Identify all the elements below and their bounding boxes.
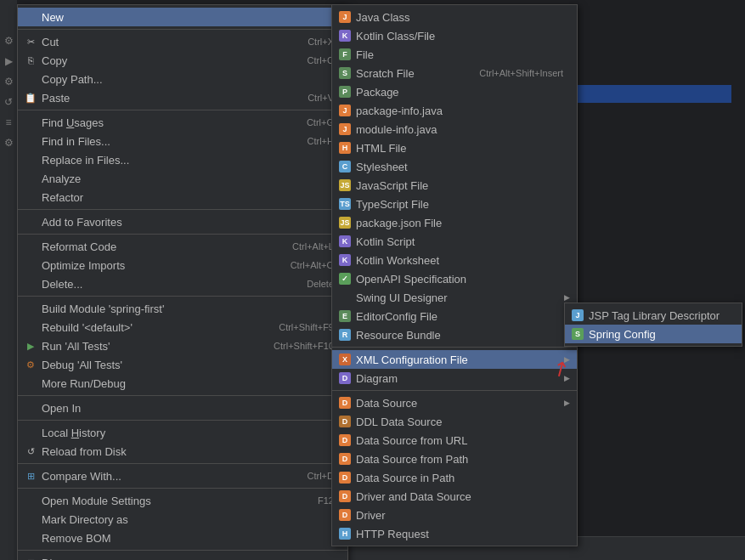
analyze-icon	[23, 171, 38, 186]
swing-ui-icon	[337, 290, 353, 305]
scratch-file-shortcut: Ctrl+Alt+Shift+Insert	[479, 68, 563, 78]
menu-item-more-run-label: More Run/Debug	[42, 377, 126, 390]
menu-item-debug-tests[interactable]: ⚙ Debug 'All Tests'	[18, 355, 347, 374]
kotlin-script-icon: K	[337, 234, 353, 249]
menu-item-module-settings-label: Open Module Settings	[42, 495, 151, 507]
build-module-icon	[23, 301, 38, 316]
menu2-http-request[interactable]: H HTTP Request	[332, 524, 577, 543]
menu2-data-source-in-path[interactable]: D Data Source in Path	[332, 468, 577, 487]
menu-item-run-tests-label: Run 'All Tests'	[42, 340, 110, 353]
menu2-file[interactable]: F File	[332, 45, 577, 64]
menu2-kotlin-class[interactable]: K Kotlin Class/File	[332, 26, 577, 45]
menu-item-reformat[interactable]: Reformat Code Ctrl+Alt+L	[18, 237, 347, 256]
menu-item-find-files[interactable]: Find in Files... Ctrl+H	[18, 132, 347, 150]
menu-item-replace-files[interactable]: Replace in Files...	[18, 150, 347, 169]
menu2-editorconfig-label: EditorConfig File	[356, 310, 437, 323]
module-settings-shortcut: F12	[301, 495, 334, 506]
debug-tests-icon: ⚙	[23, 357, 38, 372]
menu2-data-source-path[interactable]: D Data Source from Path	[332, 450, 577, 468]
find-files-icon	[23, 133, 38, 149]
menu2-openapi[interactable]: ✓ OpenAPI Specification	[332, 269, 577, 288]
menu2-package-json[interactable]: JS package.json File	[332, 213, 577, 232]
menu2-xml-config[interactable]: X XML Configuration File	[332, 350, 577, 369]
menu2-diagram[interactable]: D Diagram	[332, 369, 577, 387]
favorites-icon	[23, 214, 38, 229]
diagram-icon: D	[337, 371, 353, 386]
menu2-java-class[interactable]: J Java Class	[332, 8, 577, 26]
menu-item-refactor[interactable]: Refactor	[18, 188, 347, 206]
menu-item-module-settings[interactable]: Open Module Settings F12	[18, 491, 347, 510]
menu-item-local-history-label: Local History	[42, 427, 105, 439]
rebuild-shortcut: Ctrl+Shift+F9	[262, 322, 334, 332]
menu2-kotlin-script[interactable]: K Kotlin Script	[332, 232, 577, 251]
find-files-shortcut: Ctrl+H	[291, 136, 334, 146]
menu-item-favorites[interactable]: Add to Favorites	[18, 212, 347, 231]
menu2-ddl-data-source[interactable]: D DDL Data Source	[332, 412, 577, 431]
menu-item-new-label: New	[42, 11, 64, 24]
menu2-scratch-file[interactable]: S Scratch File Ctrl+Alt+Shift+Insert	[332, 64, 577, 82]
separator-10	[18, 550, 347, 551]
file-icon-item: F	[337, 47, 353, 62]
menu-item-copy-path[interactable]: Copy Path...	[18, 70, 347, 88]
left-toolbar: ⚙ ▶ ⚙ ↺ ≡ ⚙	[0, 0, 17, 560]
menu-item-more-run[interactable]: More Run/Debug	[18, 374, 347, 393]
jsp-tag-icon: J	[570, 308, 585, 323]
menu2-diagram-label: Diagram	[356, 372, 398, 385]
menu-item-mark-directory[interactable]: Mark Directory as	[18, 510, 347, 529]
menu3-jsp-tag[interactable]: J JSP Tag Library Descriptor	[565, 306, 742, 325]
menu3-spring-config-label: Spring Config	[589, 328, 656, 341]
copy-shortcut: Ctrl+C	[291, 55, 334, 65]
menu-item-new[interactable]: New	[18, 8, 347, 26]
menu2-package[interactable]: P Package	[332, 82, 577, 101]
menu2-driver-data-source-label: Driver and Data Source	[356, 490, 471, 503]
menu-item-run-tests[interactable]: ▶ Run 'All Tests' Ctrl+Shift+F10	[18, 337, 347, 355]
menu2-ts-file[interactable]: TS TypeScript File	[332, 195, 577, 213]
menu3-spring-config[interactable]: S Spring Config	[565, 325, 742, 343]
menu2-module-info[interactable]: J module-info.java	[332, 120, 577, 139]
menu2-data-source[interactable]: D Data Source	[332, 393, 577, 412]
menu-item-analyze[interactable]: Analyze	[18, 169, 347, 188]
left-icon-3: ⚙	[2, 75, 15, 88]
menu2-editorconfig[interactable]: E EditorConfig File	[332, 307, 577, 325]
menu-item-rebuild-label: Rebuild '<default>'	[42, 321, 133, 334]
menu-item-build-module[interactable]: Build Module 'spring-first'	[18, 299, 347, 318]
cut-icon: ✂	[23, 34, 38, 49]
menu-item-reload[interactable]: ↺ Reload from Disk	[18, 442, 347, 461]
menu-item-rebuild[interactable]: Rebuild '<default>' Ctrl+Shift+F9	[18, 318, 347, 337]
menu2-scratch-file-label: Scratch File	[356, 67, 415, 80]
menu-item-cut[interactable]: ✂ Cut Ctrl+X	[18, 32, 347, 51]
menu2-resource-bundle[interactable]: R Resource Bundle	[332, 325, 577, 344]
menu2-html-file-label: HTML File	[356, 142, 406, 155]
menu-item-remove-bom[interactable]: Remove BOM	[18, 529, 347, 547]
menu-item-delete[interactable]: Delete... Delete	[18, 274, 347, 293]
openapi-icon: ✓	[337, 271, 353, 286]
menu2-stylesheet[interactable]: C Stylesheet	[332, 157, 577, 176]
menu2-swing-ui[interactable]: Swing UI Designer	[332, 288, 577, 307]
separator-8	[18, 463, 347, 464]
menu-item-paste[interactable]: 📋 Paste Ctrl+V	[18, 88, 347, 107]
menu2-package-info[interactable]: J package-info.java	[332, 101, 577, 120]
menu-item-open-in[interactable]: Open In	[18, 399, 347, 417]
package-icon: P	[337, 84, 353, 99]
menu2-http-request-label: HTTP Request	[356, 528, 429, 540]
find-usages-shortcut: Ctrl+G	[290, 117, 334, 127]
menu-item-diagrams[interactable]: ⊟ Diagrams	[18, 553, 347, 560]
menu2-data-source-url[interactable]: D Data Source from URL	[332, 431, 577, 450]
menu-item-reload-label: Reload from Disk	[42, 445, 127, 458]
menu2-data-source-label: Data Source	[356, 397, 417, 410]
html-file-icon: H	[337, 140, 353, 156]
menu-item-find-usages[interactable]: Find Usages Ctrl+G	[18, 113, 347, 132]
menu2-driver-data-source[interactable]: D Driver and Data Source	[332, 487, 577, 506]
menu2-js-file[interactable]: JS JavaScript File	[332, 176, 577, 195]
menu-item-local-history[interactable]: Local History	[18, 423, 347, 442]
menu-item-open-in-label: Open In	[42, 402, 81, 415]
menu2-kotlin-worksheet[interactable]: K Kotlin Worksheet	[332, 251, 577, 269]
kotlin-class-icon: K	[337, 28, 353, 43]
menu-item-copy[interactable]: ⎘ Copy Ctrl+C	[18, 51, 347, 70]
menu-item-compare[interactable]: ⊞ Compare With... Ctrl+D	[18, 467, 347, 485]
menu-item-optimize[interactable]: Optimize Imports Ctrl+Alt+O	[18, 256, 347, 274]
menu2-driver[interactable]: D Driver	[332, 506, 577, 524]
remove-bom-icon	[23, 530, 38, 546]
http-request-icon: H	[337, 526, 353, 541]
menu2-html-file[interactable]: H HTML File	[332, 139, 577, 157]
